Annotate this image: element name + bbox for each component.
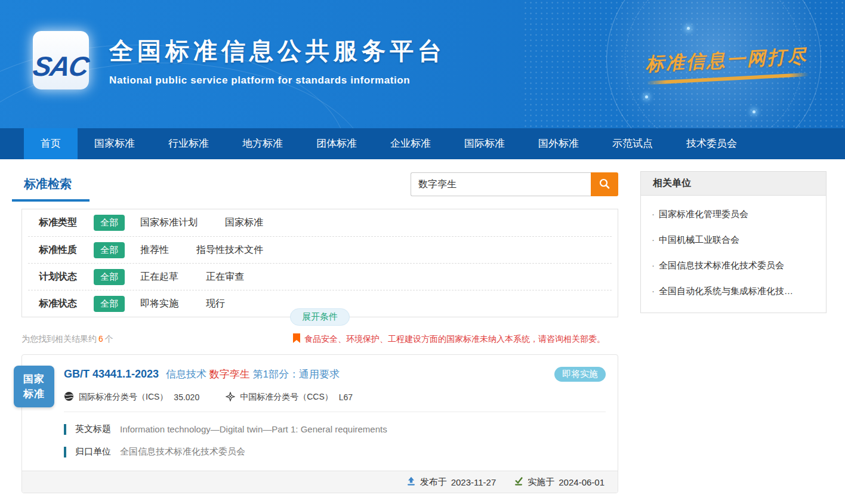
filter-row-plan-status: 计划状态 全部 正在起草 正在审查 [28,263,612,290]
teal-bar [64,424,66,435]
ccs-label: 中国标准分类号（CCS） [240,392,333,403]
search-button[interactable] [591,172,618,196]
filter-option[interactable]: 国家标准 [225,217,263,229]
site-subtitle: National public service platform for sta… [109,75,446,86]
standard-title-link[interactable]: 信息技术 数字孪生 第1部分：通用要求 [166,367,340,381]
notice-text: 食品安全、环境保护、工程建设方面的国家标准未纳入本系统，请咨询相关部委。 [304,334,605,345]
filter-option[interactable]: 现行 [206,298,225,310]
nav-item-industry-standards[interactable]: 行业标准 [152,128,226,159]
filter-all-button[interactable]: 全部 [94,242,125,258]
filter-row-standard-type: 标准类型 全部 国家标准计划 国家标准 [22,209,618,236]
glow-dot [687,27,690,30]
search-box [411,172,618,196]
related-units-panel: 相关单位 ·国家标准化管理委员会 ·中国机械工业联合会 ·全国信息技术标准化技术… [640,171,827,313]
related-unit-label: 全国自动化系统与集成标准化技… [659,286,793,296]
glow-dot [753,110,755,113]
implement-label: 实施于 [528,477,554,488]
standard-type-badge: 国家 标准 [14,366,54,407]
check-icon [514,477,523,488]
ics-meta: 国际标准分类号（ICS） 35.020 [64,391,199,403]
standard-code-link[interactable]: GB/T 43441.1-2023 [64,368,159,381]
search-icon [599,178,610,191]
english-title-row: 英文标题 Information technology—Digital twin… [64,423,606,435]
bookmark-icon [293,333,300,345]
related-unit-label: 国家标准化管理委员会 [659,209,748,219]
result-count-number: 6 [98,334,103,344]
filter-all-button[interactable]: 全部 [94,215,125,231]
compass-icon [226,392,235,403]
nav-item-pilot[interactable]: 示范试点 [596,128,670,159]
filter-label: 计划状态 [39,271,94,283]
filter-option[interactable]: 指导性技术文件 [196,244,263,256]
related-units-title: 相关单位 [641,172,826,196]
ccs-meta: 中国标准分类号（CCS） L67 [226,392,353,403]
related-unit-label: 中国机械工业联合会 [659,234,739,245]
title-part1: 信息技术 [166,369,206,380]
filter-all-button[interactable]: 全部 [94,296,125,312]
filter-option[interactable]: 推荐性 [140,244,169,256]
related-unit-link[interactable]: ·全国自动化系统与集成标准化技… [652,279,815,304]
sac-logo-text: SAC [31,52,90,80]
committee-label: 归口单位 [75,446,111,457]
nav-item-enterprise-standards[interactable]: 企业标准 [374,128,448,159]
publish-date: 2023-11-27 [451,477,496,487]
implement-date: 2024-06-01 [559,477,605,487]
status-badge: 即将实施 [554,367,606,382]
publish-label: 发布于 [420,477,447,488]
nav-item-group-standards[interactable]: 团体标准 [300,128,374,159]
filter-label: 标准状态 [39,298,94,310]
nav-item-technical-committee[interactable]: 技术委员会 [670,128,754,159]
ccs-value: L67 [339,392,353,402]
related-unit-link[interactable]: ·全国信息技术标准化技术委员会 [652,253,815,279]
list-dot: · [652,260,655,270]
expand-conditions-button[interactable]: 展开条件 [290,308,350,326]
result-count: 为您找到相关结果约6个 [21,334,113,345]
type-badge-line2: 标准 [23,386,45,402]
page-title: 标准检索 [24,171,72,192]
committee-value: 全国信息技术标准化技术委员会 [120,446,245,457]
filter-label: 标准性质 [39,244,94,256]
page: SAC 全国标准信息公共服务平台 National public service… [0,0,845,504]
publish-date-item: 发布于 2023-11-27 [406,477,496,488]
implement-date-item: 实施于 2024-06-01 [514,477,605,488]
result-card: 国家 标准 GB/T 43441.1-2023 信息技术 数字孪生 第1部分：通… [21,354,618,493]
list-dot: · [652,286,655,296]
card-footer: 发布于 2023-11-27 实施于 2024-06-01 [22,471,618,493]
filter-row-standard-nature: 标准性质 全部 推荐性 指导性技术文件 [28,236,612,263]
filter-option[interactable]: 即将实施 [140,298,178,310]
main-nav: 首页 国家标准 行业标准 地方标准 团体标准 企业标准 国际标准 国外标准 示范… [0,128,845,159]
nav-item-national-standards[interactable]: 国家标准 [78,128,152,159]
nav-item-international-standards[interactable]: 国际标准 [448,128,522,159]
filter-option[interactable]: 正在审查 [206,271,244,283]
english-title-label: 英文标题 [75,423,111,435]
result-count-suffix: 个 [105,334,113,344]
site-header: SAC 全国标准信息公共服务平台 National public service… [0,0,845,128]
type-badge-line1: 国家 [23,372,45,387]
filter-label: 标准类型 [39,217,94,229]
english-title-value: Information technology—Digital twin—Part… [120,424,387,434]
ics-label: 国际标准分类号（ICS） [79,392,168,403]
filter-all-button[interactable]: 全部 [94,269,125,285]
list-dot: · [652,209,655,219]
glow-dot [645,95,648,98]
related-unit-label: 全国信息技术标准化技术委员会 [659,260,784,270]
nav-item-home[interactable]: 首页 [24,128,78,159]
related-unit-link[interactable]: ·国家标准化管理委员会 [652,202,815,227]
list-dot: · [652,234,655,245]
filter-option[interactable]: 正在起草 [140,271,178,283]
search-input[interactable] [411,172,591,196]
title-highlight: 数字孪生 [209,369,250,380]
related-units-list: ·国家标准化管理委员会 ·中国机械工业联合会 ·全国信息技术标准化技术委员会 ·… [641,196,826,313]
result-count-prefix: 为您找到相关结果约 [21,334,97,344]
globe-icon [64,391,74,403]
sac-logo[interactable]: SAC [33,31,89,89]
nav-item-local-standards[interactable]: 地方标准 [226,128,300,159]
upload-icon [406,477,416,488]
site-title: 全国标准信息公共服务平台 [109,35,446,67]
filter-panel: 标准类型 全部 国家标准计划 国家标准 标准性质 全部 推荐性 指导性技术文件 … [21,209,618,317]
related-unit-link[interactable]: ·中国机械工业联合会 [652,227,815,253]
nav-item-foreign-standards[interactable]: 国外标准 [522,128,596,159]
teal-bar [64,447,66,457]
filter-option[interactable]: 国家标准计划 [140,217,198,229]
ics-value: 35.020 [174,392,199,402]
